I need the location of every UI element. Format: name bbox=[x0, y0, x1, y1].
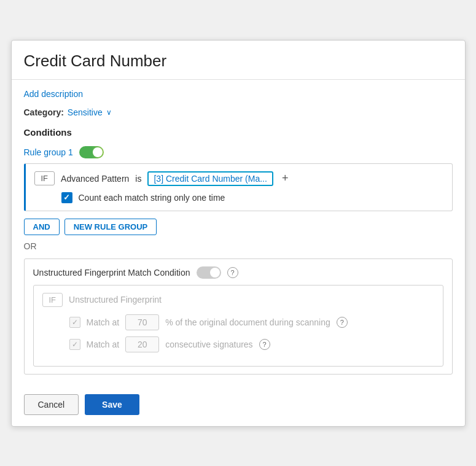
category-row: Category: Sensitive ∨ bbox=[24, 107, 453, 117]
rule-group-header: Rule group 1 bbox=[24, 146, 453, 158]
match-at-label-2: Match at bbox=[87, 340, 120, 349]
match-input-2 bbox=[125, 336, 159, 352]
category-label: Category: bbox=[24, 107, 64, 117]
match-checkbox-1 bbox=[69, 317, 80, 328]
fingerprint-if-row: IF Unstructured Fingerprint bbox=[42, 293, 434, 307]
rule-condition-value[interactable]: [3] Credit Card Number (Ma... bbox=[147, 171, 273, 186]
dialog-footer: Cancel Save bbox=[12, 386, 465, 426]
and-button[interactable]: AND bbox=[24, 219, 60, 235]
match-help-icon-1: ? bbox=[337, 317, 348, 328]
fingerprint-title: Unstructured Fingerprint Match Condition bbox=[33, 268, 190, 278]
advanced-pattern-label: Advanced Pattern bbox=[61, 174, 129, 184]
cancel-button[interactable]: Cancel bbox=[24, 394, 79, 415]
match-input-1 bbox=[125, 314, 159, 330]
match-suffix-2: consecutive signatures bbox=[165, 340, 252, 349]
match-checkbox-2 bbox=[69, 339, 80, 350]
match-help-icon-2: ? bbox=[259, 339, 270, 350]
fingerprint-inner: IF Unstructured Fingerprint Match at % o… bbox=[33, 285, 443, 367]
add-rule-icon[interactable]: + bbox=[282, 172, 289, 185]
count-match-label: Count each match string only one time bbox=[79, 193, 225, 203]
count-match-checkbox[interactable] bbox=[61, 192, 72, 203]
dialog-body: Add description Category: Sensitive ∨ Co… bbox=[12, 80, 465, 386]
save-button[interactable]: Save bbox=[85, 394, 139, 415]
add-description-link[interactable]: Add description bbox=[24, 89, 84, 99]
fingerprint-header: Unstructured Fingerprint Match Condition… bbox=[33, 266, 443, 279]
rule-actions: AND NEW RULE GROUP bbox=[24, 219, 453, 235]
category-value[interactable]: Sensitive bbox=[68, 107, 103, 117]
page-title: Credit Card Number bbox=[24, 52, 453, 71]
match-suffix-1: % of the original document during scanni… bbox=[165, 317, 330, 327]
fingerprint-if-badge: IF bbox=[42, 293, 63, 307]
count-match-row: Count each match string only one time bbox=[61, 192, 443, 203]
fingerprint-section: Unstructured Fingerprint Match Condition… bbox=[24, 258, 453, 375]
match-at-label-1: Match at bbox=[87, 317, 120, 327]
if-badge: IF bbox=[34, 171, 55, 185]
new-rule-group-button[interactable]: NEW RULE GROUP bbox=[64, 219, 157, 235]
main-dialog: Credit Card Number Add description Categ… bbox=[11, 40, 466, 427]
fingerprint-help-icon[interactable]: ? bbox=[227, 267, 238, 278]
match-row-1: Match at % of the original document duri… bbox=[69, 314, 434, 330]
rule-group-label: Rule group 1 bbox=[24, 147, 73, 157]
match-row-2: Match at consecutive signatures ? bbox=[69, 336, 434, 352]
fingerprint-toggle[interactable] bbox=[197, 266, 221, 279]
conditions-heading: Conditions bbox=[24, 127, 453, 138]
title-section: Credit Card Number bbox=[12, 41, 465, 80]
chevron-down-icon[interactable]: ∨ bbox=[106, 108, 112, 117]
fingerprint-if-text: Unstructured Fingerprint bbox=[69, 295, 162, 305]
or-divider: OR bbox=[24, 241, 453, 251]
rule-group-toggle[interactable] bbox=[79, 146, 104, 158]
rule-group-box: IF Advanced Pattern is [3] Credit Card N… bbox=[24, 163, 453, 211]
is-label: is bbox=[135, 174, 141, 184]
rule-row: IF Advanced Pattern is [3] Credit Card N… bbox=[34, 171, 443, 186]
